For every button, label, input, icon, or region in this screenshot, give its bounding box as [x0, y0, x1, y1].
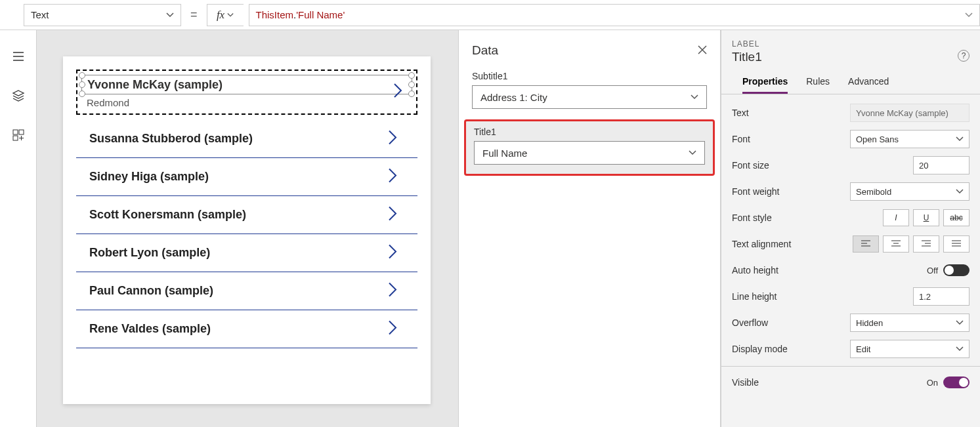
title-label: Yvonne McKay (sample) — [87, 78, 223, 92]
tab-rules[interactable]: Rules — [806, 76, 830, 94]
formula-input[interactable]: ThisItem.'Full Name' — [249, 4, 980, 26]
visible-toggle[interactable] — [943, 376, 969, 388]
fx-button[interactable]: fx — [207, 4, 244, 26]
title1-field-block: Title1 Full Name — [464, 119, 715, 176]
tab-advanced[interactable]: Advanced — [848, 76, 889, 94]
prop-label: Text — [732, 108, 749, 118]
prop-label: Visible — [732, 377, 759, 388]
subtitle1-value: Address 1: City — [480, 92, 547, 103]
font-weight-select[interactable]: Semibold — [850, 182, 969, 201]
control-name-label: Title1 — [732, 50, 969, 64]
item-title: Rene Valdes (sample) — [89, 322, 211, 335]
gallery-item[interactable]: Robert Lyon (sample) — [76, 234, 417, 272]
title1-select[interactable]: Full Name — [474, 141, 705, 165]
chevron-right-icon[interactable] — [387, 319, 398, 339]
prop-label: Overflow — [732, 317, 768, 328]
chevron-right-icon[interactable] — [387, 243, 398, 263]
tab-properties[interactable]: Properties — [742, 76, 788, 94]
title1-label: Title1 — [474, 127, 705, 137]
chevron-down-icon — [956, 135, 964, 143]
properties-panel: LABEL Title1 ? Properties Rules Advanced… — [721, 30, 980, 427]
property-selector[interactable]: Text — [24, 4, 181, 26]
data-panel: Data Subtitle1 Address 1: City Title1 Fu… — [458, 30, 721, 427]
svg-rect-0 — [13, 130, 18, 134]
chevron-down-icon — [956, 319, 964, 327]
italic-button[interactable]: I — [883, 209, 909, 226]
item-title: Robert Lyon (sample) — [89, 246, 210, 259]
gallery-item-selected[interactable]: Yvonne McKay (sample) Redmond — [76, 70, 417, 115]
prop-row-fontsize: Font size 20 — [732, 152, 969, 178]
autoheight-state: Off — [927, 266, 938, 275]
subtitle1-select[interactable]: Address 1: City — [472, 85, 707, 109]
selected-title-control[interactable]: Yvonne McKay (sample) — [81, 75, 412, 94]
resize-handle[interactable] — [408, 91, 415, 97]
strikethrough-button[interactable]: abc — [943, 209, 969, 226]
font-select[interactable]: Open Sans — [850, 130, 969, 148]
chevron-down-icon — [965, 11, 973, 19]
prop-label: Line height — [732, 291, 777, 302]
chevron-down-icon — [956, 345, 964, 353]
text-value-box[interactable]: Yvonne McKay (sample) — [850, 104, 969, 122]
align-left-button[interactable] — [853, 235, 879, 253]
properties-tabs: Properties Rules Advanced — [732, 76, 969, 94]
prop-label: Font size — [732, 160, 769, 171]
gallery-item[interactable]: Sidney Higa (sample) — [76, 158, 417, 196]
svg-rect-2 — [13, 136, 18, 140]
prop-row-visible: Visible On — [732, 369, 969, 396]
formula-text: ThisItem.'Full Name' — [256, 9, 345, 20]
equals-sign: = — [186, 8, 202, 22]
prop-row-autoheight: Auto height Off — [732, 257, 969, 283]
formula-bar: Text = fx ThisItem.'Full Name' — [0, 0, 980, 30]
resize-handle[interactable] — [79, 91, 85, 97]
fx-icon: fx — [217, 9, 224, 22]
prop-label: Font weight — [732, 186, 779, 197]
item-title: Paul Cannon (sample) — [89, 284, 213, 297]
app-preview: Yvonne McKay (sample) Redmond Susanna St… — [63, 56, 431, 404]
prop-row-textalign: Text alignment — [732, 231, 969, 257]
subtitle1-field-block: Subtitle1 Address 1: City — [459, 64, 720, 115]
subtitle1-label: Subtitle1 — [472, 71, 707, 81]
align-justify-button[interactable] — [943, 235, 969, 253]
chevron-right-icon[interactable] — [387, 205, 398, 225]
insert-icon[interactable] — [12, 129, 25, 142]
data-panel-title: Data — [472, 43, 498, 58]
line-height-input[interactable]: 1.2 — [913, 287, 969, 306]
chevron-down-icon — [689, 149, 696, 157]
overflow-select[interactable]: Hidden — [850, 314, 969, 332]
chevron-down-icon — [956, 188, 964, 195]
autoheight-toggle[interactable] — [943, 264, 969, 276]
item-title: Susanna Stubberod (sample) — [89, 132, 253, 145]
gallery-item[interactable]: Paul Cannon (sample) — [76, 272, 417, 310]
display-mode-select[interactable]: Edit — [850, 340, 969, 358]
item-title: Sidney Higa (sample) — [89, 170, 209, 183]
prop-label: Auto height — [732, 265, 778, 275]
layers-icon[interactable] — [12, 89, 25, 102]
prop-row-fontweight: Font weight Semibold — [732, 178, 969, 205]
left-nav-rail — [0, 30, 37, 427]
prop-row-overflow: Overflow Hidden — [732, 310, 969, 336]
align-right-button[interactable] — [913, 235, 939, 253]
chevron-right-icon[interactable] — [387, 129, 398, 149]
hamburger-icon[interactable] — [12, 50, 25, 63]
resize-handle[interactable] — [79, 72, 85, 79]
prop-row-fontstyle: Font style I U abc — [732, 205, 969, 231]
gallery-item[interactable]: Scott Konersmann (sample) — [76, 196, 417, 234]
prop-row-text: Text Yvonne McKay (sample) — [732, 100, 969, 126]
prop-row-font: Font Open Sans — [732, 126, 969, 152]
chevron-right-icon[interactable] — [393, 82, 403, 103]
help-icon[interactable]: ? — [958, 50, 969, 62]
resize-handle[interactable] — [408, 81, 415, 88]
font-size-input[interactable]: 20 — [913, 156, 969, 174]
prop-label: Display mode — [732, 344, 788, 354]
align-center-button[interactable] — [883, 235, 909, 253]
gallery-item[interactable]: Rene Valdes (sample) — [76, 310, 417, 348]
underline-button[interactable]: U — [913, 209, 939, 226]
resize-handle[interactable] — [79, 81, 85, 88]
resize-handle[interactable] — [408, 72, 415, 79]
chevron-right-icon[interactable] — [387, 281, 398, 301]
property-selector-text: Text — [31, 9, 49, 20]
prop-label: Font style — [732, 213, 772, 223]
chevron-right-icon[interactable] — [387, 167, 398, 187]
close-icon[interactable] — [698, 44, 707, 58]
gallery-item[interactable]: Susanna Stubberod (sample) — [76, 120, 417, 158]
